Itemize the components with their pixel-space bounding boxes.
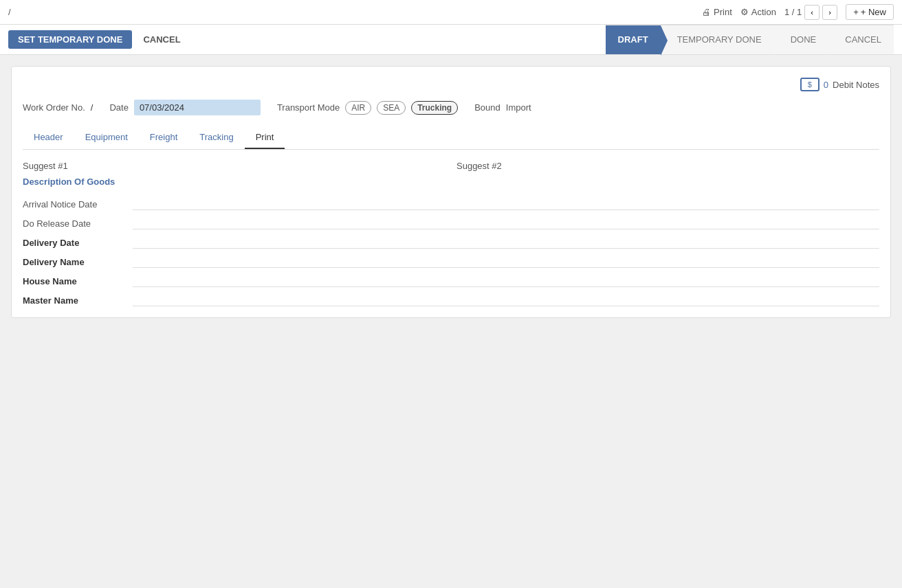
- tab-print[interactable]: Print: [245, 126, 285, 149]
- desc-row: Description Of Goods: [23, 177, 879, 187]
- delivery-date-label: Delivery Date: [23, 238, 133, 248]
- delivery-name-label: Delivery Name: [23, 257, 133, 267]
- status-draft: DRAFT: [606, 25, 661, 55]
- status-done: DONE: [774, 25, 829, 55]
- import-label: Import: [506, 102, 531, 113]
- pagination-area: 1 / 1 ‹ ›: [784, 5, 837, 20]
- set-temporary-done-button[interactable]: SET TEMPORARY DONE: [8, 30, 132, 49]
- debit-notes-button[interactable]: $ 0 Debit Notes: [800, 78, 879, 91]
- work-order-group: Work Order No. /: [23, 102, 93, 113]
- desc-of-goods-label: Description Of Goods: [23, 177, 115, 187]
- status-cancel: CANCEL: [828, 25, 894, 55]
- work-order-row: Work Order No. / Date Transport Mode AIR…: [23, 100, 879, 115]
- fields-section: Arrival Notice Date Do Release Date Deli…: [23, 198, 879, 306]
- cancel-button[interactable]: CANCEL: [138, 30, 186, 49]
- bound-import-group: Bound Import: [474, 102, 531, 113]
- house-name-value[interactable]: [133, 275, 879, 287]
- action-button[interactable]: ⚙ Action: [740, 7, 776, 17]
- new-button[interactable]: + + New: [846, 4, 894, 20]
- tabs-bar: Header Equipment Freight Tracking Print: [23, 126, 879, 150]
- tab-tracking[interactable]: Tracking: [188, 126, 244, 149]
- status-temporary-done: TEMPORARY DONE: [661, 25, 774, 55]
- print-button[interactable]: 🖨 Print: [702, 7, 732, 17]
- gear-icon: ⚙: [740, 7, 749, 17]
- suggest1-label: Suggest #1: [23, 161, 68, 171]
- breadcrumb-area: /: [8, 7, 11, 17]
- prev-button[interactable]: ‹: [804, 5, 820, 20]
- master-name-label: Master Name: [23, 295, 133, 306]
- debit-notes-area: $ 0 Debit Notes: [23, 78, 879, 91]
- suggest-row: Suggest #1 Suggest #2: [23, 161, 879, 171]
- bound-label: Bound: [474, 102, 500, 113]
- transport-air[interactable]: AIR: [345, 101, 371, 115]
- debit-icon: $: [800, 78, 820, 91]
- field-delivery-name: Delivery Name: [23, 256, 879, 268]
- top-actions: 🖨 Print ⚙ Action 1 / 1 ‹ › + + New: [702, 4, 894, 20]
- form-card: $ 0 Debit Notes Work Order No. / Date Tr…: [11, 66, 891, 318]
- tab-header[interactable]: Header: [23, 126, 74, 149]
- field-delivery-date: Delivery Date: [23, 236, 879, 249]
- field-house-name: House Name: [23, 275, 879, 287]
- main-content: $ 0 Debit Notes Work Order No. / Date Tr…: [0, 55, 902, 329]
- work-order-value: /: [91, 102, 94, 113]
- suggest2-label: Suggest #2: [456, 161, 502, 171]
- transport-group: Transport Mode AIR SEA Trucking: [277, 101, 458, 115]
- suggest1-item: Suggest #1: [23, 161, 446, 171]
- date-group: Date: [109, 100, 260, 115]
- transport-trucking[interactable]: Trucking: [411, 101, 458, 115]
- delivery-date-value[interactable]: [133, 236, 879, 249]
- date-label: Date: [109, 102, 128, 113]
- top-bar: / 🖨 Print ⚙ Action 1 / 1 ‹ › + + New: [0, 0, 902, 25]
- action-bar: SET TEMPORARY DONE CANCEL DRAFT TEMPORAR…: [0, 25, 902, 55]
- action-bar-left: SET TEMPORARY DONE CANCEL: [8, 30, 186, 49]
- next-button[interactable]: ›: [822, 5, 837, 20]
- tab-equipment[interactable]: Equipment: [74, 126, 139, 149]
- print-icon: 🖨: [702, 7, 711, 17]
- work-order-label: Work Order No.: [23, 102, 85, 113]
- field-master-name: Master Name: [23, 294, 879, 306]
- do-release-date-label: Do Release Date: [23, 218, 133, 229]
- field-do-release-date: Do Release Date: [23, 217, 879, 229]
- status-steps: DRAFT TEMPORARY DONE DONE CANCEL: [606, 25, 894, 55]
- arrival-notice-date-value[interactable]: [133, 198, 879, 210]
- delivery-name-value[interactable]: [133, 256, 879, 268]
- suggest2-item: Suggest #2: [456, 161, 879, 171]
- house-name-label: House Name: [23, 276, 133, 286]
- master-name-value[interactable]: [133, 294, 879, 306]
- print-tab-content: Suggest #1 Suggest #2 Description Of Goo…: [23, 161, 879, 306]
- tab-freight[interactable]: Freight: [139, 126, 188, 149]
- arrival-notice-date-label: Arrival Notice Date: [23, 199, 133, 210]
- field-arrival-notice-date: Arrival Notice Date: [23, 198, 879, 210]
- breadcrumb: /: [8, 7, 11, 17]
- date-input[interactable]: [134, 100, 261, 115]
- transport-sea[interactable]: SEA: [377, 101, 406, 115]
- do-release-date-value[interactable]: [133, 217, 879, 229]
- plus-icon: +: [853, 7, 859, 17]
- transport-label: Transport Mode: [277, 102, 340, 113]
